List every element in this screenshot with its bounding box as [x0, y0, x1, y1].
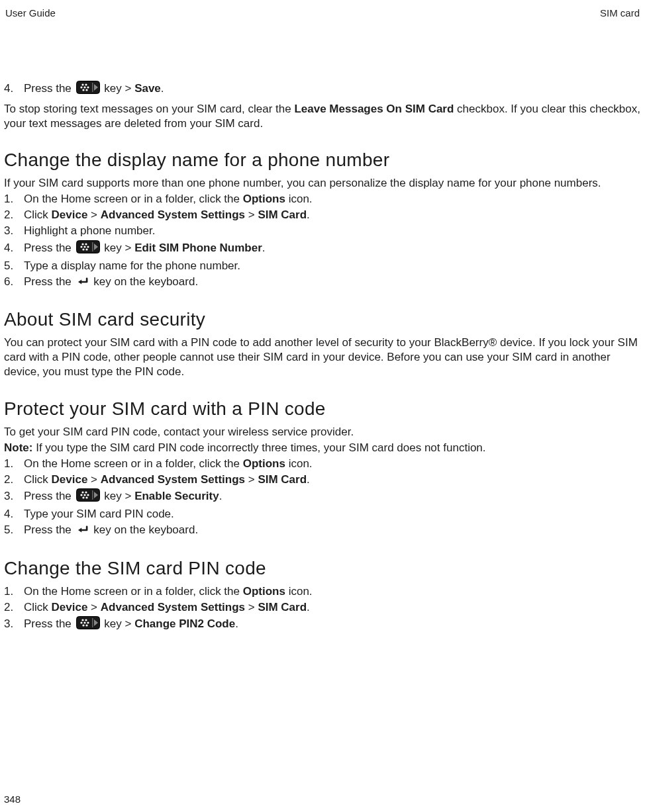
blackberry-menu-key-icon: [76, 616, 100, 633]
sec3-p1: To get your SIM card PIN code, contact y…: [4, 425, 641, 439]
header-right: SIM card: [600, 7, 640, 20]
sec1-step6: 6. Press the key on the keyboard.: [4, 275, 641, 291]
sec4-step3: 3. Press the key > Change PIN2 Code.: [4, 616, 641, 633]
sec1-step4: 4. Press the key > Edit SIM Phone Number…: [4, 240, 641, 257]
header-left: User Guide: [5, 7, 56, 20]
step-number: 4.: [4, 81, 24, 96]
blackberry-menu-key-icon: [76, 81, 100, 98]
blackberry-menu-key-icon: [76, 488, 100, 506]
sec1-intro: If your SIM card supports more than one …: [4, 176, 641, 191]
heading-change-sim-pin: Change the SIM card PIN code: [4, 557, 641, 580]
heading-protect-sim-pin: Protect your SIM card with a PIN code: [4, 397, 641, 421]
page-header: User Guide SIM card: [4, 7, 641, 20]
sec1-step5: 5. Type a display name for the phone num…: [4, 259, 641, 273]
sec3-step1: 1. On the Home screen or in a folder, cl…: [4, 457, 641, 471]
sec1-step1: 1. On the Home screen or in a folder, cl…: [4, 192, 641, 206]
blackberry-menu-key-icon: [76, 240, 100, 257]
step-4-save: 4. Press the key > Save.: [4, 81, 641, 98]
enter-key-icon: [76, 276, 89, 291]
sec4-step1: 1. On the Home screen or in a folder, cl…: [4, 584, 641, 599]
sec3-step4: 4. Type your SIM card PIN code.: [4, 507, 641, 521]
sec3-step2: 2. Click Device > Advanced System Settin…: [4, 473, 641, 487]
sec1-step2: 2. Click Device > Advanced System Settin…: [4, 208, 641, 222]
heading-about-sim-security: About SIM card security: [4, 308, 641, 332]
sec2-paragraph: You can protect your SIM card with a PIN…: [4, 336, 641, 379]
sec4-step2: 2. Click Device > Advanced System Settin…: [4, 600, 641, 615]
sec1-step3: 3. Highlight a phone number.: [4, 224, 641, 238]
sec3-note: Note: If you type the SIM card PIN code …: [4, 441, 641, 455]
sec3-step5: 5. Press the key on the keyboard.: [4, 523, 641, 539]
paragraph-stop-storing: To stop storing text messages on your SI…: [4, 102, 641, 131]
heading-change-display-name: Change the display name for a phone numb…: [4, 148, 641, 172]
page-number: 348: [4, 793, 21, 806]
enter-key-icon: [76, 524, 89, 539]
sec3-steps: 1. On the Home screen or in a folder, cl…: [4, 457, 641, 539]
step-text: Press the key > Save.: [24, 81, 641, 98]
sec3-step3: 3. Press the key > Enable Security.: [4, 488, 641, 506]
prev-steps-continued: 4. Press the key > Save.: [4, 81, 641, 98]
sec4-steps: 1. On the Home screen or in a folder, cl…: [4, 584, 641, 633]
page-content: 4. Press the key > Save. To stop storing…: [4, 20, 641, 634]
sec1-steps: 1. On the Home screen or in a folder, cl…: [4, 192, 641, 291]
